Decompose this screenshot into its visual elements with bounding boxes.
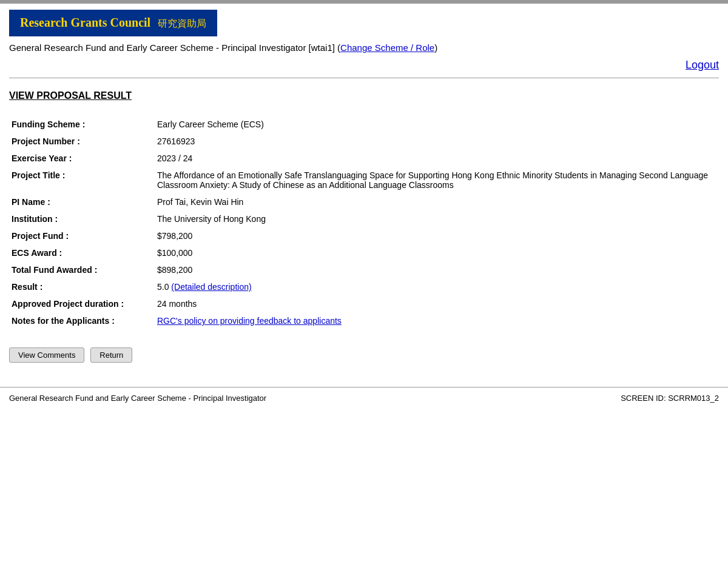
field-value: 2023 / 24 [155, 150, 719, 167]
field-label: Project Number : [9, 133, 155, 150]
table-row: Project Number :27616923 [9, 133, 719, 150]
field-value: The Affordance of an Emotionally Safe Tr… [155, 167, 719, 193]
table-row: Result :5.0 (Detailed description) [9, 278, 719, 295]
table-row: Project Fund :$798,200 [9, 227, 719, 244]
table-row: Notes for the Applicants :RGC's policy o… [9, 312, 719, 329]
footer-left-text: General Research Fund and Early Career S… [9, 394, 266, 403]
logout-area: Logout [0, 53, 728, 78]
return-button[interactable]: Return [90, 347, 132, 363]
view-comments-button[interactable]: View Comments [9, 347, 84, 363]
field-value: Early Career Scheme (ECS) [155, 116, 719, 133]
field-label: Result : [9, 278, 155, 295]
footer-area: General Research Fund and Early Career S… [0, 388, 728, 409]
field-value: $798,200 [155, 227, 719, 244]
field-value: 27616923 [155, 133, 719, 150]
field-label: Project Fund : [9, 227, 155, 244]
field-label: Project Title : [9, 167, 155, 193]
field-link-inline[interactable]: (Detailed description) [171, 282, 251, 292]
main-content: VIEW PROPOSAL RESULT Funding Scheme :Ear… [0, 78, 728, 387]
field-label: PI Name : [9, 193, 155, 210]
field-label: Total Fund Awarded : [9, 261, 155, 278]
field-value: RGC's policy on providing feedback to ap… [155, 312, 719, 329]
logo-text-cn: 研究資助局 [158, 18, 206, 29]
field-value: The University of Hong Kong [155, 210, 719, 227]
field-label: Approved Project duration : [9, 295, 155, 312]
field-label: Notes for the Applicants : [9, 312, 155, 329]
table-row: Exercise Year :2023 / 24 [9, 150, 719, 167]
logout-link[interactable]: Logout [686, 59, 719, 71]
buttons-area: View Comments Return [9, 347, 719, 375]
field-label: Funding Scheme : [9, 116, 155, 133]
scheme-line-text: General Research Fund and Early Career S… [9, 42, 340, 53]
table-row: ECS Award :$100,000 [9, 244, 719, 261]
change-scheme-role-link[interactable]: Change Scheme / Role [340, 42, 434, 53]
table-row: Approved Project duration :24 months [9, 295, 719, 312]
logo-text-en: Research Grants Council [20, 16, 150, 29]
info-table: Funding Scheme :Early Career Scheme (ECS… [9, 116, 719, 329]
field-value: Prof Tai, Kevin Wai Hin [155, 193, 719, 210]
scheme-line-suffix: ) [434, 42, 437, 53]
table-row: Total Fund Awarded :$898,200 [9, 261, 719, 278]
logo-box: Research Grants Council 研究資助局 [9, 10, 217, 36]
field-label: Exercise Year : [9, 150, 155, 167]
page-title: VIEW PROPOSAL RESULT [9, 90, 719, 101]
field-value: 24 months [155, 295, 719, 312]
header-area: Research Grants Council 研究資助局 General Re… [0, 4, 728, 53]
field-value: $100,000 [155, 244, 719, 261]
field-value: 5.0 (Detailed description) [155, 278, 719, 295]
table-row: Funding Scheme :Early Career Scheme (ECS… [9, 116, 719, 133]
table-row: Project Title :The Affordance of an Emot… [9, 167, 719, 193]
field-value: $898,200 [155, 261, 719, 278]
field-label: Institution : [9, 210, 155, 227]
table-row: PI Name :Prof Tai, Kevin Wai Hin [9, 193, 719, 210]
table-row: Institution :The University of Hong Kong [9, 210, 719, 227]
field-label: ECS Award : [9, 244, 155, 261]
field-link[interactable]: RGC's policy on providing feedback to ap… [157, 316, 342, 326]
footer-right-text: SCREEN ID: SCRRM013_2 [621, 394, 719, 403]
scheme-line: General Research Fund and Early Career S… [9, 42, 719, 53]
